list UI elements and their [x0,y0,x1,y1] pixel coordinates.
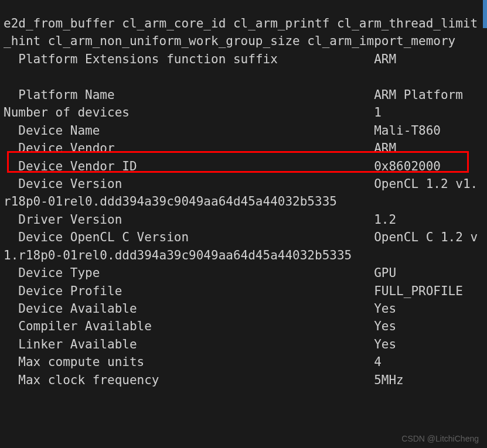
terminal-output[interactable]: e2d_from_buffer cl_arm_core_id cl_arm_pr… [0,12,487,391]
value-platform-ext-suffix: ARM [374,52,396,66]
label-num-devices: Number of devices [4,105,130,119]
label-driver-version: Driver Version [4,213,122,227]
label-platform-name: Platform Name [4,88,115,102]
scrollbar-indicator[interactable] [483,0,487,28]
label-device-name: Device Name [4,124,100,138]
label-device-vendor: Device Vendor [4,141,115,155]
value-compiler-available: Yes [374,319,396,333]
value-max-compute-units: 4 [374,355,382,369]
label-device-available: Device Available [4,302,137,316]
label-device-vendor-id: Device Vendor ID [4,159,137,173]
value-device-vendor: ARM [374,141,396,155]
label-platform-ext-suffix: Platform Extensions function suffix [4,52,278,66]
label-device-clc: Device OpenCL C Version [4,230,189,244]
value-device-type: GPU [374,266,396,280]
value-linker-available: Yes [374,337,396,351]
value-device-vendor-id: 0x8602000 [374,159,441,173]
value-device-available: Yes [374,302,396,316]
label-device-type: Device Type [4,266,100,280]
value-num-devices: 1 [374,105,382,119]
value-max-clock: 5MHz [374,373,404,387]
value-driver-version: 1.2 [374,213,396,227]
value-device-name: Mali-T860 [374,124,441,138]
label-max-clock: Max clock frequency [4,373,159,387]
extensions-text: e2d_from_buffer cl_arm_core_id cl_arm_pr… [4,16,478,48]
label-device-version: Device Version [4,177,122,191]
value-platform-name: ARM Platform [374,88,463,102]
watermark-text: CSDN @LitchiCheng [401,433,479,444]
label-compiler-available: Compiler Available [4,319,152,333]
label-device-profile: Device Profile [4,284,122,298]
label-linker-available: Linker Available [4,337,137,351]
label-max-compute-units: Max compute units [4,355,144,369]
value-device-profile: FULL_PROFILE [374,284,463,298]
